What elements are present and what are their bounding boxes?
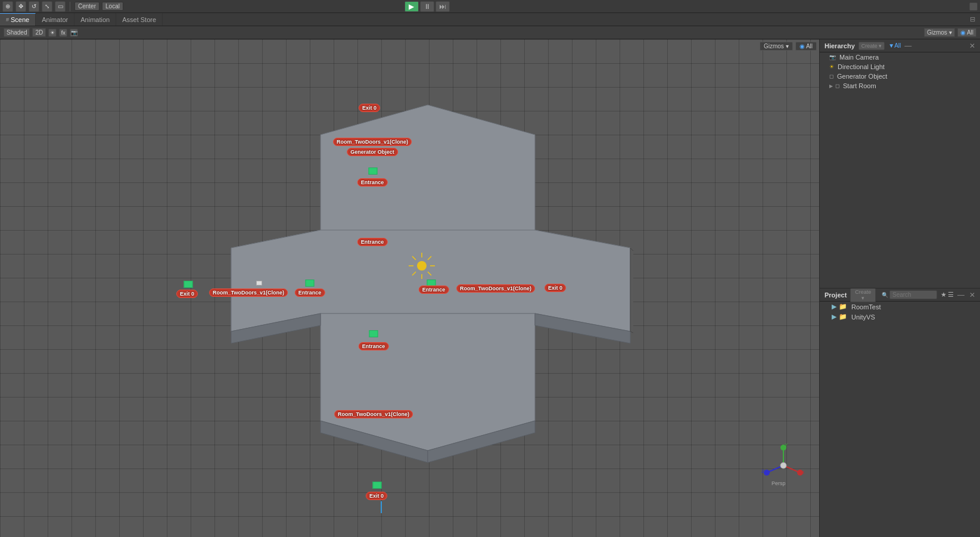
green-cube-top [369, 167, 378, 175]
green-cube-bottom-top [369, 330, 378, 337]
move-tool-icon[interactable]: ⊕ [2, 1, 13, 12]
all-layers-dropdown[interactable]: ◉ All [957, 28, 976, 37]
scene-secondary-toolbar: Shaded 2D ☀ fx 📷 Gizmos ▾ ◉ All [0, 26, 980, 39]
svg-text:Y: Y [785, 442, 788, 448]
camera-icon-small: 📷 [829, 54, 836, 60]
transform-mode-button[interactable]: Local [102, 2, 123, 11]
svg-marker-9 [630, 248, 633, 337]
project-create-btn[interactable]: Create ▾ [850, 288, 876, 302]
tab-animator[interactable]: Animator [36, 13, 74, 26]
gizmos-bar: Gizmos ▾ ◉ All [760, 42, 817, 51]
hand-tool-icon[interactable]: ✥ [15, 1, 26, 12]
svg-point-26 [764, 470, 770, 476]
green-cube-entrance-left [306, 280, 315, 287]
green-cube-left [184, 281, 193, 288]
divider1 [70, 2, 70, 11]
project-item-unityvs[interactable]: ▶ 📁 UnityVS [820, 312, 980, 322]
cube-icon: ◻ [829, 73, 833, 79]
main-toolbar: ⊕ ✥ ↺ ⤡ ▭ Center Local ▶ ⏸ ⏭ [0, 0, 980, 13]
svg-text:Persp: Persp [771, 480, 786, 486]
rotate-tool-icon[interactable]: ↺ [29, 1, 39, 12]
hierarchy-minimize-btn[interactable]: — [904, 42, 911, 50]
collapse-btn[interactable]: ⊟ [970, 15, 980, 23]
main-layout: Exit 0 Room_TwoDoors_v1(Clone) Generator… [0, 39, 980, 537]
pivot-mode-button[interactable]: Center [74, 2, 99, 11]
project-search-input[interactable] [889, 290, 937, 299]
hierarchy-item-generator-object[interactable]: ◻ Generator Object [820, 72, 980, 81]
project-minimize-btn[interactable]: — [957, 291, 965, 299]
hierarchy-item-main-camera[interactable]: 📷 Main Camera [820, 52, 980, 62]
gizmos-button[interactable]: Gizmos ▾ [760, 42, 793, 51]
expand-icon-start-room: ▶ [829, 83, 833, 89]
tab-scene[interactable]: # Scene [0, 13, 36, 26]
hierarchy-item-start-room[interactable]: ▶ ◻ Start Room [820, 81, 980, 91]
light-icon: ☀ [829, 64, 834, 70]
tabs-row: # Scene Animator Animation Asset Store ⊟ [0, 13, 980, 26]
account-icon [969, 2, 978, 11]
play-controls: ▶ ⏸ ⏭ [405, 1, 450, 12]
all-layers-button[interactable]: ◉ All [795, 42, 817, 51]
svg-point-10 [417, 261, 427, 271]
project-label-unityvs: UnityVS [851, 313, 875, 321]
project-close-btn[interactable]: ✕ [969, 291, 975, 299]
scene-content: Exit 0 Room_TwoDoors_v1(Clone) Generator… [0, 39, 819, 537]
hierarchy-panel: Hierarchy Create ▾ ▼All — ✕ 📷 Main Camer… [820, 39, 980, 288]
project-title: Project [825, 291, 847, 299]
hierarchy-label-generator-object: Generator Object [837, 73, 887, 80]
favorites-icon[interactable]: ★ [941, 291, 947, 299]
filter-icon[interactable]: ☰ [948, 291, 954, 299]
svg-text:Z: Z [761, 468, 764, 474]
tab-animation[interactable]: Animation [74, 13, 116, 26]
scale-tool-icon[interactable]: ⤡ [42, 1, 52, 12]
hierarchy-create-btn[interactable]: Create ▾ [858, 42, 885, 50]
play-button[interactable]: ▶ [405, 1, 419, 12]
hierarchy-label-directional-light: Directional Light [838, 63, 885, 70]
camera-icon[interactable]: 📷 [70, 29, 78, 37]
hierarchy-label-start-room: Start Room [843, 82, 876, 89]
room-icon: ◻ [835, 83, 839, 89]
hierarchy-title: Hierarchy [825, 42, 855, 49]
folder-icon-roomtest: ▶ [832, 303, 836, 311]
shading-dropdown[interactable]: Shaded [4, 28, 30, 37]
folder-closed-icon-2: 📁 [839, 313, 847, 321]
dimension-toggle[interactable]: 2D [32, 28, 46, 37]
green-cube-exit-bottom [373, 482, 382, 489]
orientation-gizmo: Y X Z Persp [760, 442, 807, 489]
pause-button[interactable]: ⏸ [420, 1, 434, 12]
rect-tool-icon[interactable]: ▭ [55, 1, 66, 12]
green-cube-right [427, 280, 436, 287]
right-panel: Hierarchy Create ▾ ▼All — ✕ 📷 Main Camer… [819, 39, 980, 537]
scene-viewport[interactable]: Exit 0 Room_TwoDoors_v1(Clone) Generator… [0, 39, 819, 537]
fx-icon[interactable]: fx [59, 29, 67, 37]
transform-handle [256, 281, 262, 285]
svg-point-28 [780, 462, 786, 468]
hierarchy-filter[interactable]: ▼All [888, 42, 901, 49]
gizmos-dropdown[interactable]: Gizmos ▾ [924, 28, 955, 37]
hierarchy-header: Hierarchy Create ▾ ▼All — ✕ [820, 39, 980, 52]
search-icon: 🔍 [882, 292, 888, 298]
folder-closed-icon: 📁 [839, 303, 847, 311]
hierarchy-label-main-camera: Main Camera [839, 54, 879, 61]
hierarchy-item-directional-light[interactable]: ☀ Directional Light [820, 62, 980, 72]
svg-text:X: X [801, 470, 805, 475]
project-panel: Project Create ▾ 🔍 ★ ☰ — ✕ ▶ 📁 RoomTest [820, 288, 980, 537]
step-button[interactable]: ⏭ [435, 1, 450, 12]
lighting-icon[interactable]: ☀ [48, 29, 57, 37]
tab-asset-store[interactable]: Asset Store [116, 13, 163, 26]
project-item-roomtest[interactable]: ▶ 📁 RoomTest [820, 302, 980, 312]
project-label-roomtest: RoomTest [851, 303, 881, 311]
hierarchy-close-btn[interactable]: ✕ [969, 42, 975, 50]
blue-pole [381, 501, 382, 513]
project-header: Project Create ▾ 🔍 ★ ☰ — ✕ [820, 288, 980, 302]
folder-icon-unityvs: ▶ [832, 313, 836, 321]
